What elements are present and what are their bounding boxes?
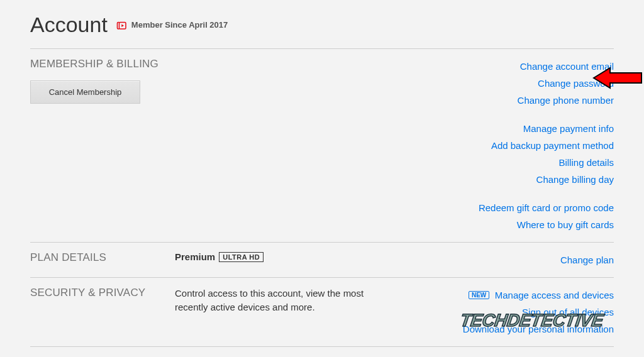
membership-links-group-b: Manage payment info Add backup payment m… <box>431 120 614 188</box>
ultrahd-badge: ULTRA HD <box>219 252 264 262</box>
section-membership-billing: MEMBERSHIP & BILLING Cancel Membership C… <box>30 49 614 242</box>
manage-access-link[interactable]: Manage access and devices <box>495 287 614 304</box>
where-gift-link[interactable]: Where to buy gift cards <box>517 216 614 233</box>
member-since-icon <box>116 19 128 31</box>
security-heading: SECURITY & PRIVACY <box>30 287 175 299</box>
plan-name: Premium ULTRA HD <box>175 251 264 262</box>
billing-details-link[interactable]: Billing details <box>558 154 614 171</box>
plan-name-text: Premium <box>175 251 215 262</box>
download-info-link[interactable]: Download your personal information <box>463 321 614 338</box>
divider <box>30 346 614 347</box>
svg-marker-1 <box>121 24 124 27</box>
member-since-text: Member Since April 2017 <box>131 20 228 30</box>
manage-access-row: NEW Manage access and devices <box>469 287 614 304</box>
section-plan-details: PLAN DETAILS Premium ULTRA HD Change pla… <box>30 243 614 277</box>
new-badge: NEW <box>469 291 489 299</box>
change-email-link[interactable]: Change account email <box>520 58 614 75</box>
cancel-membership-button[interactable]: Cancel Membership <box>30 80 140 104</box>
change-phone-link[interactable]: Change phone number <box>518 92 614 109</box>
section-security-privacy: SECURITY & PRIVACY Control access to thi… <box>30 278 614 346</box>
membership-heading: MEMBERSHIP & BILLING <box>30 58 175 70</box>
membership-links-group-a: Change account email Change password Cha… <box>431 58 614 109</box>
member-since: Member Since April 2017 <box>116 19 228 31</box>
plan-heading: PLAN DETAILS <box>30 251 175 264</box>
membership-links-group-c: Redeem gift card or promo code Where to … <box>431 199 614 233</box>
change-billing-day-link[interactable]: Change billing day <box>536 171 614 188</box>
redeem-gift-link[interactable]: Redeem gift card or promo code <box>479 199 614 216</box>
page-header: Account Member Since April 2017 <box>30 13 614 48</box>
security-description: Control access to this account, view the… <box>175 287 370 314</box>
add-backup-payment-link[interactable]: Add backup payment method <box>491 137 614 154</box>
manage-payment-link[interactable]: Manage payment info <box>523 120 614 137</box>
security-links-group: NEW Manage access and devices Sign out o… <box>413 287 614 338</box>
page-title: Account <box>30 13 108 37</box>
signout-all-link[interactable]: Sign out of all devices <box>522 304 614 321</box>
change-plan-link[interactable]: Change plan <box>560 251 614 268</box>
change-password-link[interactable]: Change password <box>538 75 614 92</box>
